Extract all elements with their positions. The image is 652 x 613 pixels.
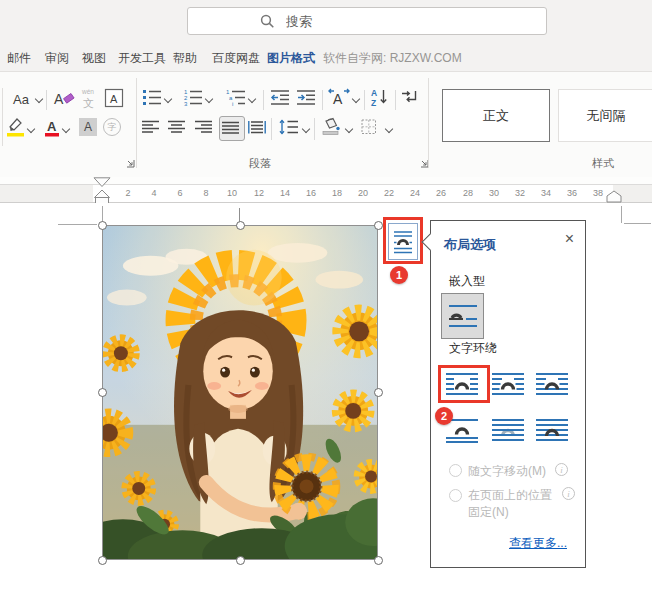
divider [314, 118, 315, 140]
ruler-number: 4 [151, 188, 156, 198]
style-normal[interactable]: 正文 [442, 89, 550, 142]
resize-handle-bottom-left[interactable] [98, 556, 107, 565]
ruler-number: 24 [410, 188, 420, 198]
highlight-color-button[interactable] [5, 117, 26, 138]
sunflower-girl-illustration [103, 226, 377, 559]
tab-picture-format[interactable]: 图片格式 [267, 45, 315, 71]
numbered-list-button[interactable]: 1 2 3 [183, 88, 203, 107]
bullet-list-button[interactable] [142, 88, 162, 107]
tab-help[interactable]: 帮助 [173, 45, 197, 71]
character-scaling-button[interactable]: A [328, 87, 350, 107]
resize-handle-bottom-center[interactable] [236, 556, 245, 565]
info-icon[interactable]: i [555, 463, 568, 476]
chevron-down-icon[interactable] [302, 125, 310, 133]
sort-button[interactable]: A Z [370, 87, 388, 107]
shading-button[interactable] [321, 117, 341, 136]
borders-button[interactable] [361, 119, 377, 135]
increase-indent-icon [296, 89, 316, 106]
word-window: 邮件 审阅 视图 开发工具 帮助 百度网盘 图片格式 软件自学网: RJZXW.… [0, 0, 652, 613]
resize-handle-bottom-right[interactable] [374, 556, 383, 565]
paint-bucket-icon [321, 117, 341, 136]
chevron-down-icon[interactable] [248, 95, 256, 103]
ruler-number: 34 [541, 188, 551, 198]
chevron-down-icon[interactable] [164, 95, 172, 103]
enclose-char-glyph: 字 [108, 121, 117, 134]
radio-fix-position[interactable] [449, 489, 462, 502]
chevron-down-icon[interactable] [27, 125, 35, 133]
info-icon[interactable]: i [562, 487, 575, 500]
ruler-number: 28 [463, 188, 473, 198]
divider [271, 118, 272, 140]
resize-handle-middle-right[interactable] [374, 388, 383, 397]
tab-developer[interactable]: 开发工具 [118, 45, 166, 71]
wrap-option-inline[interactable] [441, 293, 484, 339]
font-color-button[interactable]: A [43, 117, 60, 138]
align-right-icon [195, 120, 213, 133]
align-right-button[interactable] [195, 120, 213, 133]
tab-mail[interactable]: 邮件 [7, 45, 31, 71]
in-front-of-text-wrap-icon [535, 417, 569, 443]
chevron-down-icon[interactable] [62, 125, 70, 133]
numbered-list-icon: 1 2 3 [183, 88, 203, 107]
panel-title: 布局选项 [444, 236, 496, 254]
ruler-number: 22 [384, 188, 394, 198]
tab-view[interactable]: 视图 [82, 45, 106, 71]
justify-button[interactable] [222, 121, 240, 134]
multilevel-list-button[interactable]: 1 a i [226, 88, 246, 107]
wrap-option-behind-text[interactable] [491, 417, 525, 443]
character-shading-button[interactable]: A [79, 118, 97, 136]
chevron-down-icon[interactable] [35, 95, 43, 103]
phonetic-small-glyph: wén [81, 88, 94, 95]
character-border-button[interactable]: A [104, 88, 124, 108]
search-box[interactable] [187, 7, 547, 35]
resize-handle-top-left[interactable] [98, 221, 107, 230]
svg-text:A: A [47, 119, 57, 134]
close-icon[interactable]: × [565, 231, 574, 247]
highlighter-icon [6, 117, 26, 138]
sort-icon: A Z [370, 87, 388, 107]
svg-text:Z: Z [371, 98, 376, 107]
align-center-button[interactable] [168, 120, 186, 133]
align-left-button[interactable] [142, 120, 160, 133]
resize-handle-top-center[interactable] [236, 221, 245, 230]
selected-picture[interactable] [102, 225, 378, 560]
font-dialog-launcher[interactable] [125, 158, 135, 168]
distribute-button[interactable] [248, 120, 266, 134]
document-canvas[interactable]: 1 布局选项 × 嵌入型 文字环绕 [0, 203, 652, 613]
increase-indent-button[interactable] [296, 89, 316, 106]
radio-move-with-text[interactable] [449, 464, 462, 477]
resize-handle-top-right[interactable] [374, 221, 383, 230]
justify-icon [222, 121, 240, 134]
horizontal-ruler[interactable]: 2 4 6 8 10 12 14 16 18 20 22 24 26 28 30… [0, 177, 652, 203]
line-spacing-button[interactable] [279, 119, 299, 135]
decrease-indent-button[interactable] [270, 89, 290, 106]
change-case-button[interactable]: Aa [8, 88, 34, 110]
chevron-down-icon[interactable] [385, 125, 393, 133]
crop-mark [624, 223, 651, 224]
tab-baidu-pan[interactable]: 百度网盘 [212, 45, 260, 71]
wrap-option-through[interactable] [535, 371, 569, 397]
clear-formatting-button[interactable]: A [52, 87, 76, 110]
show-marks-button[interactable] [401, 89, 418, 104]
see-more-link[interactable]: 查看更多... [509, 535, 567, 552]
svg-text:A: A [333, 91, 343, 107]
tab-review[interactable]: 审阅 [45, 45, 69, 71]
dialog-launcher-icon [126, 159, 135, 168]
ruler-number: 6 [177, 188, 182, 198]
resize-handle-middle-left[interactable] [98, 388, 107, 397]
search-input[interactable] [284, 13, 518, 30]
group-divider [136, 78, 137, 168]
borders-icon [361, 119, 377, 135]
divider [364, 90, 365, 110]
wrap-option-tight[interactable] [491, 371, 525, 397]
style-no-spacing[interactable]: 无间隔 [558, 89, 652, 142]
enclose-character-button: 字 [103, 118, 121, 136]
line-spacing-icon [279, 119, 299, 135]
chevron-down-icon[interactable] [352, 95, 360, 103]
chevron-down-icon[interactable] [345, 125, 353, 133]
right-indent-marker[interactable] [604, 190, 624, 203]
annotation-badge-2: 2 [435, 407, 453, 425]
crop-mark [621, 206, 622, 223]
wrap-option-in-front[interactable] [535, 417, 569, 443]
chevron-down-icon[interactable] [205, 95, 213, 103]
